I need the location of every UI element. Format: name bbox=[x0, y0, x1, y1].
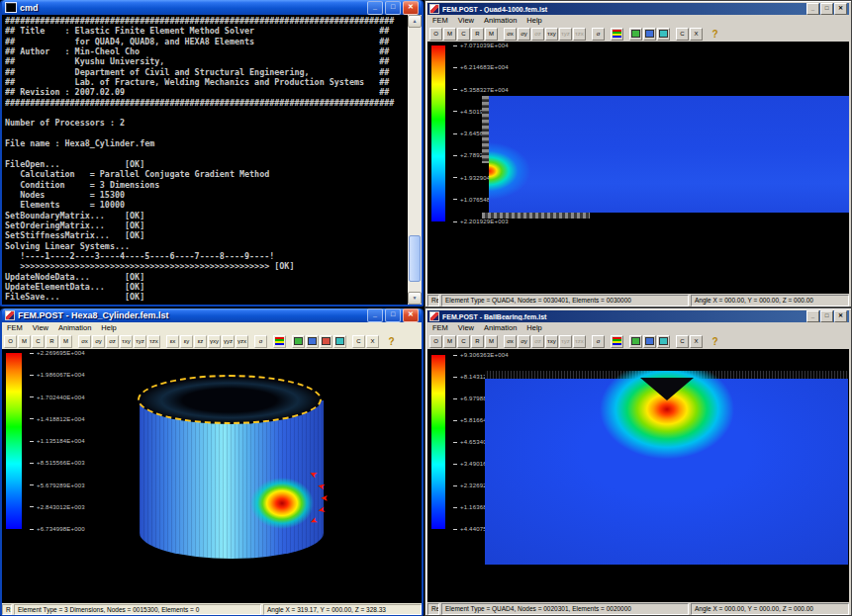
toolbar-button-C[interactable]: C bbox=[676, 28, 689, 41]
minimize-button[interactable]: _ bbox=[367, 1, 383, 15]
maximize-button[interactable]: □ bbox=[385, 308, 401, 322]
toolbar-button-C[interactable]: C bbox=[457, 28, 470, 41]
toolbar-button-colorbar[interactable] bbox=[611, 28, 623, 41]
menu-help[interactable]: Help bbox=[521, 16, 546, 25]
quad-viewport[interactable]: +7.071039E+004+6.214683E+004+5.358327E+0… bbox=[427, 42, 849, 294]
toolbar-button-view-blue[interactable] bbox=[643, 28, 656, 41]
toolbar-button-γyz[interactable]: γyz bbox=[222, 335, 235, 348]
menu-animation[interactable]: Animation bbox=[479, 323, 521, 332]
toolbar-button-εx[interactable]: εx bbox=[166, 335, 179, 348]
scroll-up-button[interactable]: ▲ bbox=[408, 15, 422, 28]
toolbar-button-M[interactable]: M bbox=[485, 28, 498, 41]
toolbar-button-τzx[interactable]: τzx bbox=[573, 28, 586, 41]
maximize-button[interactable]: □ bbox=[820, 310, 833, 322]
toolbar-button-O[interactable]: O bbox=[429, 335, 442, 348]
toolbar-button-M[interactable]: M bbox=[443, 28, 456, 41]
toolbar-button-X[interactable]: X bbox=[690, 28, 703, 41]
toolbar-button-C[interactable]: C bbox=[457, 335, 470, 348]
toolbar-button-σy[interactable]: σy bbox=[518, 335, 530, 348]
maximize-button[interactable]: □ bbox=[820, 3, 833, 15]
toolbar-button-C[interactable]: C bbox=[352, 335, 365, 348]
toolbar-button-help[interactable]: ? bbox=[385, 335, 398, 348]
toolbar-button-X[interactable]: X bbox=[690, 335, 703, 348]
toolbar-button-σz[interactable]: σz bbox=[531, 335, 544, 348]
toolbar-button-σz[interactable]: σz bbox=[531, 28, 544, 41]
toolbar-button-view-cyan[interactable] bbox=[333, 335, 346, 348]
toolbar-button-εy[interactable]: εy bbox=[180, 335, 193, 348]
toolbar-button-view-green[interactable] bbox=[629, 335, 642, 348]
menu-animation[interactable]: Animation bbox=[479, 16, 521, 25]
menu-fem[interactable]: FEM bbox=[427, 323, 453, 332]
minimize-button[interactable]: _ bbox=[367, 308, 383, 322]
menu-help[interactable]: Help bbox=[96, 323, 121, 332]
toolbar-button-σx[interactable]: σx bbox=[504, 28, 517, 41]
menu-view[interactable]: View bbox=[453, 323, 479, 332]
toolbar-button-σy[interactable]: σy bbox=[92, 335, 105, 348]
toolbar-button-M[interactable]: M bbox=[485, 335, 498, 348]
menu-fem[interactable]: FEM bbox=[2, 323, 28, 332]
menu-help[interactable]: Help bbox=[521, 323, 546, 332]
menu-view[interactable]: View bbox=[453, 16, 479, 25]
menu-animation[interactable]: Animation bbox=[53, 323, 96, 332]
close-button[interactable]: ✕ bbox=[403, 308, 419, 322]
toolbar-button-M[interactable]: M bbox=[59, 335, 72, 348]
toolbar-button-view-blue[interactable] bbox=[643, 335, 656, 348]
toolbar-button-τxy[interactable]: τxy bbox=[120, 335, 133, 348]
toolbar-button-σx[interactable]: σx bbox=[504, 335, 517, 348]
menu-view[interactable]: View bbox=[28, 323, 53, 332]
toolbar-button-C[interactable]: C bbox=[676, 335, 689, 348]
toolbar-button-O[interactable]: O bbox=[4, 335, 17, 348]
toolbar-button-τyz[interactable]: τyz bbox=[134, 335, 146, 348]
close-button[interactable]: ✕ bbox=[834, 3, 847, 15]
quad-titlebar[interactable]: FEM.POST - Quad4-1000.fem.lst _ □ ✕ bbox=[427, 3, 849, 15]
bearing-viewport[interactable]: +9.306363E+004+8.143123E+004+6.979883E+0… bbox=[427, 349, 849, 602]
cmd-console[interactable]: ########################################… bbox=[2, 15, 422, 305]
scroll-thumb[interactable] bbox=[409, 235, 421, 282]
toolbar-button-τyz[interactable]: τyz bbox=[559, 335, 572, 348]
menu-fem[interactable]: FEM bbox=[427, 16, 453, 25]
toolbar-button-γzx[interactable]: γzx bbox=[236, 335, 248, 348]
toolbar-button-view-cyan[interactable] bbox=[657, 28, 670, 41]
toolbar-button-view-blue[interactable] bbox=[306, 335, 319, 348]
toolbar-button-colorbar[interactable] bbox=[273, 335, 286, 348]
close-button[interactable]: ✕ bbox=[834, 310, 847, 322]
toolbar-button-σx[interactable]: σx bbox=[78, 335, 91, 348]
toolbar-button-view-green[interactable] bbox=[629, 28, 642, 41]
toolbar-button-σ[interactable]: σ bbox=[254, 335, 267, 348]
toolbar-button-M[interactable]: M bbox=[18, 335, 31, 348]
toolbar-button-X[interactable]: X bbox=[366, 335, 379, 348]
toolbar-button-τzx[interactable]: τzx bbox=[147, 335, 160, 348]
toolbar-button-R[interactable]: R bbox=[46, 335, 58, 348]
toolbar-button-view-red[interactable] bbox=[320, 335, 332, 348]
toolbar-button-σy[interactable]: σy bbox=[518, 28, 530, 41]
cylinder-viewport[interactable]: +2.269695E+004+1.986067E+004+1.702440E+0… bbox=[2, 349, 422, 603]
toolbar-button-τyz[interactable]: τyz bbox=[559, 28, 572, 41]
toolbar-button-εz[interactable]: εz bbox=[194, 335, 207, 348]
minimize-button[interactable]: _ bbox=[806, 3, 819, 15]
toolbar-button-σ[interactable]: σ bbox=[592, 28, 605, 41]
toolbar-button-σz[interactable]: σz bbox=[106, 335, 119, 348]
cylinder-titlebar[interactable]: FEM.POST - Hexa8_Cylinder.fem.lst _ □ ✕ bbox=[2, 308, 422, 322]
toolbar-button-help[interactable]: ? bbox=[709, 335, 721, 348]
close-button[interactable]: ✕ bbox=[403, 1, 419, 15]
toolbar-button-τzx[interactable]: τzx bbox=[573, 335, 586, 348]
bearing-titlebar[interactable]: FEM.POST - BallBearing.fem.lst _ □ ✕ bbox=[427, 310, 849, 322]
cmd-titlebar[interactable]: cmd _ □ ✕ bbox=[2, 0, 422, 15]
toolbar-button-view-cyan[interactable] bbox=[657, 335, 670, 348]
toolbar-button-γxy[interactable]: γxy bbox=[208, 335, 221, 348]
toolbar-button-colorbar[interactable] bbox=[611, 335, 623, 348]
minimize-button[interactable]: _ bbox=[806, 310, 819, 322]
toolbar-button-O[interactable]: O bbox=[429, 28, 442, 41]
toolbar-button-M[interactable]: M bbox=[443, 335, 456, 348]
toolbar-button-τxy[interactable]: τxy bbox=[545, 335, 558, 348]
maximize-button[interactable]: □ bbox=[385, 1, 401, 15]
cmd-scrollbar[interactable]: ▲ ▼ bbox=[408, 15, 422, 305]
toolbar-button-τxy[interactable]: τxy bbox=[545, 28, 558, 41]
toolbar-button-help[interactable]: ? bbox=[709, 28, 721, 41]
toolbar-button-C[interactable]: C bbox=[32, 335, 45, 348]
scroll-down-button[interactable]: ▼ bbox=[408, 292, 422, 305]
toolbar-button-σ[interactable]: σ bbox=[592, 335, 605, 348]
toolbar-button-R[interactable]: R bbox=[471, 28, 484, 41]
toolbar-button-R[interactable]: R bbox=[471, 335, 484, 348]
toolbar-button-view-green[interactable] bbox=[292, 335, 305, 348]
